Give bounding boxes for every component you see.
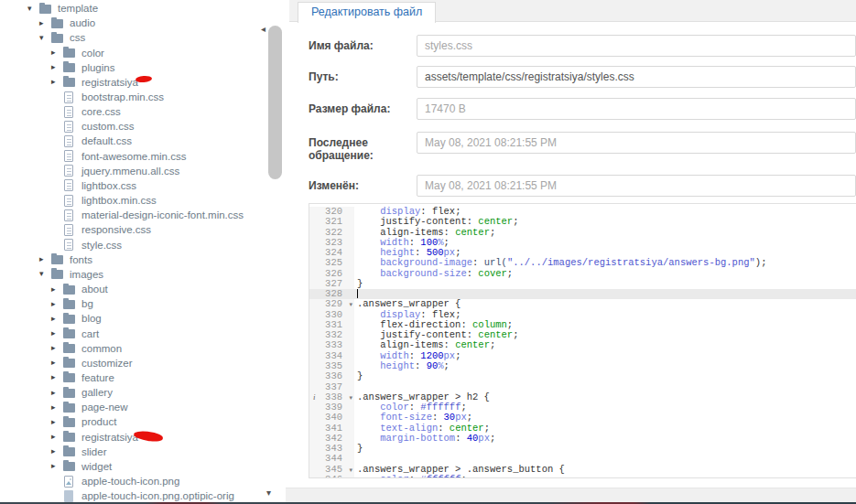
tree-item-jquery.mmenu.all.css[interactable]: jquery.mmenu.all.css [0, 164, 265, 178]
tree-item-label: registratsiya [81, 77, 138, 88]
tree-item-default.css[interactable]: default.css [0, 134, 265, 148]
tree-item-product[interactable]: ▸product [0, 414, 265, 429]
tree-item-apple-touch-icon.png.optipic-orig[interactable]: apple-touch-icon.png.optipic-orig [0, 488, 265, 503]
tree-item-label: jquery.mmenu.all.css [81, 166, 179, 177]
image-file-icon [64, 476, 73, 488]
expand-arrow-icon[interactable]: ▸ [51, 315, 63, 323]
tree-item-plugins[interactable]: ▸plugins [0, 60, 265, 75]
tree-item-template[interactable]: ▾template [0, 1, 265, 16]
code-text: } [354, 279, 856, 289]
filesize-field[interactable]: 17470 B [417, 98, 856, 120]
expand-arrow-icon[interactable]: ▸ [51, 344, 63, 352]
line-gutter: 329▾ [309, 299, 354, 309]
file-manager-window: ▾template▸audio▾css▸color▸plugins▸regist… [0, 0, 856, 504]
expand-arrow-icon[interactable]: ▾ [39, 270, 51, 278]
css-file-icon [64, 91, 73, 103]
tree-item-font-awesome.min.css[interactable]: font-awesome.min.css [0, 149, 265, 164]
tree-item-material-design-iconic-font.min.css[interactable]: material-design-iconic-font.min.css [0, 208, 265, 222]
tree-item-color[interactable]: ▸color [0, 45, 265, 59]
tree-item-slider[interactable]: ▸slider [0, 445, 265, 459]
tree-item-lightbox.min.css[interactable]: lightbox.min.css [0, 193, 265, 208]
file-tree[interactable]: ▾template▸audio▾css▸color▸plugins▸regist… [0, 1, 265, 503]
tree-scrollbar-thumb[interactable] [268, 26, 282, 179]
tree-item-widget[interactable]: ▸widget [0, 459, 265, 474]
tree-item-label: apple-touch-icon.png [81, 476, 179, 487]
css-file-icon [64, 135, 73, 147]
tree-item-custom.css[interactable]: custom.css [0, 119, 265, 134]
tree-item-lightbox.css[interactable]: lightbox.css [0, 178, 265, 193]
expand-arrow-icon[interactable]: ▸ [51, 285, 63, 294]
tree-item-page-new[interactable]: ▸page-new [0, 400, 265, 414]
tree-item-apple-touch-icon.png[interactable]: apple-touch-icon.png [0, 474, 265, 488]
expand-arrow-icon[interactable]: ▸ [51, 300, 63, 308]
expand-arrow-icon[interactable]: ▸ [51, 63, 63, 71]
fold-arrow-icon[interactable]: ▾ [349, 465, 352, 475]
css-file-icon [64, 239, 73, 251]
tree-item-label: registratsiya [81, 432, 138, 443]
css-file-icon [64, 195, 73, 207]
tree-item-cart[interactable]: ▸cart [0, 326, 265, 340]
expand-arrow-icon[interactable]: ▸ [51, 447, 63, 456]
expand-arrow-icon[interactable]: ▸ [51, 373, 63, 381]
expand-arrow-icon[interactable]: ▸ [51, 329, 63, 338]
expand-arrow-icon[interactable]: ▸ [51, 418, 63, 426]
fold-arrow-icon[interactable]: ▾ [349, 299, 352, 309]
folder-icon [63, 389, 75, 398]
line-number: 340 [325, 413, 354, 423]
expand-arrow-icon[interactable]: ▾ [39, 34, 51, 42]
code-line: 342 margin-bottom: 40px; [309, 434, 856, 444]
collapse-panel-icon[interactable]: ◂ [261, 25, 265, 34]
filename-field[interactable]: styles.css [417, 35, 856, 57]
tree-item-style.css[interactable]: style.css [0, 238, 265, 252]
tree-item-label: lightbox.css [81, 180, 136, 191]
tree-item-customizer[interactable]: ▸customizer [0, 356, 265, 370]
tree-item-fonts[interactable]: ▸fonts [0, 252, 265, 267]
expand-arrow-icon[interactable]: ▾ [27, 5, 39, 13]
tree-item-bootstrap.min.css[interactable]: bootstrap.min.css [0, 90, 265, 104]
tree-item-label: images [70, 269, 103, 280]
scroll-down-icon[interactable]: ▾ [266, 488, 271, 498]
line-gutter: 325 [309, 258, 354, 268]
code-text: height: 90%; [354, 361, 856, 371]
tree-item-about[interactable]: ▸about [0, 282, 265, 296]
folder-icon [63, 433, 75, 442]
tree-item-bg[interactable]: ▸bg [0, 296, 265, 311]
edit-file-panel: Редактировать файл Имя файла: styles.css… [286, 0, 856, 504]
expand-arrow-icon[interactable]: ▸ [39, 19, 51, 27]
tree-item-blog[interactable]: ▸blog [0, 311, 265, 326]
css-file-icon [64, 106, 73, 118]
fold-arrow-icon[interactable]: ▾ [349, 392, 352, 402]
tree-item-gallery[interactable]: ▸gallery [0, 385, 265, 400]
expand-arrow-icon[interactable]: ▸ [51, 48, 63, 57]
code-line: 326 background-size: cover; [309, 269, 856, 279]
expand-arrow-icon[interactable]: ▸ [51, 359, 63, 367]
folder-icon [63, 447, 75, 456]
folder-icon [63, 462, 75, 471]
tree-item-images[interactable]: ▾images [0, 267, 265, 282]
tree-item-registratsiya[interactable]: ▸registratsiya [0, 430, 265, 445]
tree-item-common[interactable]: ▸common [0, 341, 265, 356]
tree-item-registratsiya[interactable]: ▸registratsiya [0, 75, 265, 90]
bottom-toolbar-strip [286, 488, 856, 502]
tree-item-core.css[interactable]: core.css [0, 104, 265, 119]
expand-arrow-icon[interactable]: ▸ [39, 255, 51, 263]
tree-item-audio[interactable]: ▸audio [0, 16, 265, 30]
tree-item-responsive.css[interactable]: responsive.css [0, 222, 265, 237]
modified-field[interactable]: May 08, 2021 08:21:55 PM [417, 175, 856, 197]
path-field[interactable]: assets/template/css/registratsiya/styles… [417, 66, 856, 88]
expand-arrow-icon[interactable]: ▸ [51, 389, 63, 397]
expand-arrow-icon[interactable]: ▸ [51, 78, 63, 86]
tab-edit-file[interactable]: Редактировать файл [298, 2, 436, 23]
tree-item-label: css [70, 32, 85, 43]
code-line: 346 color: #ffffff; [309, 475, 856, 478]
last-access-field[interactable]: May 08, 2021 08:21:55 PM [417, 132, 856, 154]
tree-item-label: common [81, 343, 122, 354]
expand-arrow-icon[interactable]: ▸ [51, 462, 63, 470]
expand-arrow-icon[interactable]: ▸ [51, 433, 63, 441]
code-lines: 320 display: flex;321 justify-content: c… [309, 204, 856, 478]
expand-arrow-icon[interactable]: ▸ [51, 403, 63, 412]
code-editor[interactable]: 320 display: flex;321 justify-content: c… [309, 203, 856, 478]
tree-item-feature[interactable]: ▸feature [0, 370, 265, 385]
tree-item-css[interactable]: ▾css [0, 30, 265, 45]
tree-item-label: bg [81, 298, 93, 309]
